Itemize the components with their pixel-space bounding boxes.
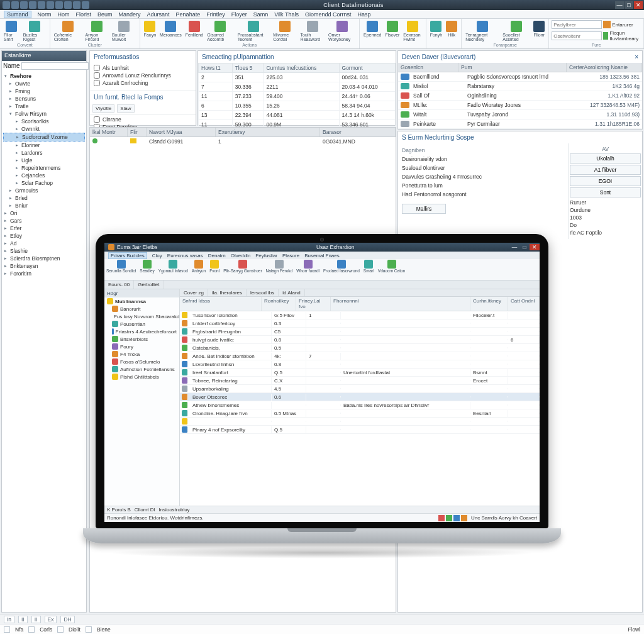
bg-menu-item[interactable]: Adursant [147, 11, 170, 18]
bg-menu-item[interactable]: Florist [76, 11, 92, 18]
fg-row[interactable] [180, 418, 540, 426]
scope-action-button[interactable]: Mallirs [402, 204, 446, 214]
ribbon-button[interactable]: Meroances [158, 20, 183, 42]
col-header[interactable]: CerterAorolicring Noanie [567, 63, 642, 72]
fg-context-tab[interactable]: Gerbolliet [134, 280, 164, 289]
col-header[interactable]: Gosenlcn [398, 63, 458, 72]
fg-tree[interactable]: MublinannsaBanorurltFus losy Novvrom Sba… [104, 297, 179, 380]
tree-node[interactable]: Ugle [3, 157, 85, 164]
tree-node[interactable]: Sclar Fachop [3, 179, 85, 187]
qat-icon[interactable] [64, 1, 72, 9]
qat-icon[interactable] [3, 1, 10, 9]
ribbon-button[interactable]: Buziles Kigest [22, 20, 47, 42]
minimize-button[interactable]: — [615, 1, 624, 9]
fg-tree-node[interactable]: F4 Trcka [104, 350, 179, 358]
tree-node[interactable]: Bensuns [3, 95, 85, 103]
tree-node[interactable]: Owvte [3, 80, 85, 87]
tree-node[interactable]: Bnktenaysn [3, 262, 85, 270]
fg-tree-node[interactable]: Fosos a'Selumelo [104, 358, 179, 365]
fg-tree-node[interactable]: Pousentian [104, 320, 179, 328]
driver-row[interactable]: WitaltTuvspaby Jorond1.31 110d.93) [398, 110, 642, 119]
fg-view-tab[interactable]: id Aland [279, 289, 304, 296]
ribbon-button[interactable]: Tenragnent Nechdery [464, 20, 500, 42]
fg-col-header[interactable]: Ronhoilkey [262, 297, 296, 311]
ribbon-button[interactable]: Arryon Flrcord [84, 20, 109, 42]
checklist-item[interactable]: Clnrane [94, 116, 192, 123]
tree-node[interactable]: Fming [3, 87, 85, 95]
status-button[interactable]: II [31, 616, 41, 623]
tree-node[interactable]: Sucforcradf Vzorne [3, 133, 85, 142]
ribbon-button[interactable]: Fenlilend [184, 20, 204, 42]
checkbox[interactable] [94, 65, 100, 71]
ribbon-button[interactable]: Fauyn [143, 20, 157, 42]
fg-footer-chip[interactable] [461, 515, 467, 521]
fg-menu-item[interactable]: Feyfusliar [255, 253, 277, 258]
fg-row[interactable]: Athew binonsmemesBatia.nis Ires novresor… [180, 401, 540, 409]
maximize-button[interactable]: □ [625, 1, 633, 9]
fg-col-header[interactable]: Friney.Lal fvo [296, 297, 331, 311]
col-header[interactable]: lkal Montr [90, 128, 128, 136]
tree-node[interactable]: Etloy [3, 232, 85, 240]
checklist-item[interactable]: Als Lunhsit [94, 64, 192, 72]
fg-ribbon-button[interactable]: Seadley [138, 259, 157, 280]
fg-ribbon-button[interactable]: Ygonaul Infavod [157, 259, 190, 280]
fg-row[interactable]: Tusonsvor IolondionG:5 Fllov1Flioceler.t [180, 311, 540, 319]
bg-menu-item[interactable]: Vilk Thals [274, 11, 299, 18]
tree-node[interactable]: Folrw Rirsyrn [3, 110, 85, 118]
col-header[interactable]: Barasor [320, 128, 396, 136]
fg-row[interactable]: Ande. Bat Indlcer stombbon4k:7 [180, 352, 540, 360]
bg-menu-item[interactable]: Hom [58, 11, 70, 18]
col-header[interactable]: Gormont [339, 64, 395, 73]
fg-tree-node[interactable]: Banorurlt [104, 305, 179, 313]
fg-context-tab[interactable]: Eours. 00 [104, 280, 134, 289]
fg-col-header[interactable]: Fhornonnnl [331, 297, 470, 311]
fg-row[interactable]: huivgt aude Ivatilc:0.86 [180, 336, 540, 344]
bg-menu-item[interactable]: Sumand [4, 11, 31, 18]
table-row[interactable]: 610.35515.2658.34 94.04 [199, 101, 396, 111]
bg-menu-item[interactable]: Hasp [357, 11, 370, 18]
ribbon-button[interactable]: Cofremie Crotten [53, 20, 83, 42]
driver-row[interactable]: Mt.lle:Fadlo Wioratey Joores127 332848.5… [398, 101, 642, 110]
tree-node[interactable]: Scorlsorlkis [3, 118, 85, 125]
ribbon-button[interactable]: Eexnsan Fwlmt [402, 20, 423, 42]
tree-node[interactable]: Gars [3, 217, 85, 225]
mini-tab[interactable]: Slaw [117, 104, 134, 113]
driver-row[interactable]: BacmlllondPagblic Sdonsvoreops Isnucrt l… [398, 72, 642, 82]
scope-pill-button[interactable]: Ukolalh [570, 153, 641, 164]
fg-tree-node[interactable]: Bnsvierbiors [104, 335, 179, 343]
fg-menu-item[interactable]: Fdrars Budcles [108, 252, 147, 259]
driver-row[interactable]: PeinkartePyr Curmilaer1.31 1h185R1E.06 [398, 119, 642, 129]
checklist-item[interactable]: Azaralt Cnrlroching [94, 79, 192, 87]
qat-icon[interactable] [73, 1, 80, 9]
fg-minimize-button[interactable]: — [509, 244, 519, 250]
qat-icon[interactable] [20, 1, 28, 9]
bg-menu-item[interactable]: Beum [97, 11, 113, 18]
fg-rows[interactable]: Tusonsvor IolondionG:5 Fllov1Flioceler.t… [180, 311, 540, 506]
fg-ribbon-button[interactable]: Naiagn Ferokd [264, 259, 295, 280]
fg-footer-chip[interactable] [438, 515, 445, 521]
table-row[interactable]: 730.336221120.03-4 04.010 [199, 82, 396, 92]
qat-icon[interactable] [55, 1, 63, 9]
fg-view-tab[interactable]: ila. Iherolares [208, 289, 247, 296]
scope-pill-button[interactable]: Sont [570, 187, 641, 197]
ribbon-button[interactable]: Gisorred Accomtb [206, 20, 235, 42]
tree-node[interactable]: Sdierdra Biosmptnen [3, 255, 85, 262]
col-header[interactable]: Hows t1 [199, 64, 233, 73]
status-button[interactable]: In [4, 616, 14, 623]
fg-maximize-button[interactable]: □ [519, 244, 530, 250]
ribbon-button[interactable]: Fllor Smrt [3, 20, 21, 42]
ribbon-button[interactable]: Onver Woryboney [327, 20, 357, 42]
nav-tree[interactable]: ReehoreOwvteFmingBensunsTratleFolrw Rirs… [2, 71, 86, 612]
tree-node[interactable]: Brled [3, 194, 85, 202]
fg-view-tab[interactable]: lerscod ibs [247, 289, 279, 296]
bg-menu-item[interactable]: Floyer [231, 11, 247, 18]
tree-node[interactable]: Tratle [3, 103, 85, 110]
ribbon-button[interactable]: Mivorne Corctel [272, 20, 297, 42]
col-header[interactable]: Curntus Inefcusttions [264, 64, 339, 73]
fg-tree-node[interactable]: Aufinction Fotmiellansns [104, 365, 179, 373]
tree-node[interactable]: Grmouiss [3, 187, 85, 194]
driver-row[interactable]: MisliolRabrstansy1K2 346 4g [398, 82, 642, 91]
fg-col-header[interactable]: Catt Ondnl [508, 297, 540, 311]
fg-footer-chip[interactable] [453, 515, 460, 521]
qat-icon[interactable] [38, 1, 45, 9]
